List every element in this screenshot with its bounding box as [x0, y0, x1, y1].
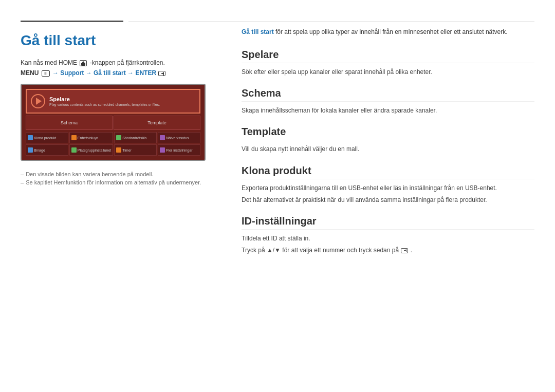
note-text-1: Den visade bilden kan variera beroende p…: [26, 171, 153, 177]
section-desc-template: Vill du skapa nytt innehåll väljer du en…: [242, 144, 534, 154]
tv-grid-label-4: Nätverkssatus: [166, 136, 189, 140]
note-dash-2: –: [21, 179, 24, 185]
tv-grid-icon-2: [71, 135, 77, 140]
tv-grid-item-3: Sändardrötsäls: [114, 132, 157, 143]
tv-spelare-row: Spelare Play various contents such as sc…: [26, 89, 200, 114]
menu-label: MENU: [21, 69, 41, 77]
tv-spelare-text: Spelare Play various contents such as sc…: [49, 96, 160, 106]
tv-bottom-grid: Klona produkt Enhetsinluyn Sändardrötsäl…: [26, 132, 200, 156]
tv-grid-item-1: Klona produkt: [26, 132, 68, 143]
menu-icon: ≡: [42, 70, 50, 77]
tv-grid-icon-7: [116, 147, 121, 153]
tv-grid-label-5: Binage: [34, 148, 45, 152]
page-container: Gå till start Kan nås med HOME -knappen …: [0, 0, 555, 392]
tv-grid-item-7: Timer: [114, 144, 157, 156]
tv-grid-icon-5: [28, 147, 33, 153]
intro-text-prefix: Kan nås med HOME: [21, 59, 77, 66]
tv-spelare-title: Spelare: [49, 96, 160, 102]
intro-rest: för att spela upp olika typer av innehål…: [274, 28, 508, 35]
section-desc2-id-installningar: Tryck på ▲/▼ för att välja ett nummer oc…: [242, 246, 534, 255]
menu-path-highlight: → Support →: [52, 69, 94, 77]
right-column: Gå till start för att spela upp olika ty…: [226, 27, 534, 266]
section-template: Template Vill du skapa nytt innehåll väl…: [242, 126, 534, 154]
home-icon: [80, 60, 87, 66]
section-title-id-installningar: ID-inställningar: [242, 215, 534, 230]
notes-section: – Den visade bilden kan variera beroende…: [21, 171, 211, 185]
page-title: Gå till start: [21, 32, 211, 49]
tv-grid-label-8: Fler inställningar: [166, 148, 192, 152]
section-desc2-klona-produkt: Det här alternativet är praktiskt när du…: [242, 195, 534, 205]
section-title-klona-produkt: Klona produkt: [242, 165, 534, 179]
tv-schema-item: Schema: [26, 116, 113, 130]
section-klona-produkt: Klona produkt Exportera produktinställni…: [242, 165, 534, 205]
tv-grid-label-2: Enhetsinluyn: [78, 136, 98, 140]
tv-grid-item-2: Enhetsinluyn: [69, 132, 113, 143]
menu-path-enter: → ENTER: [127, 69, 158, 77]
note-text-2: Se kapitlet Hemfunktion för information …: [26, 179, 201, 185]
tv-grid-item-5: Binage: [26, 144, 68, 156]
note-item-1: – Den visade bilden kan variera beroende…: [21, 171, 211, 177]
tv-play-button: [31, 94, 45, 108]
tv-grid-icon-1: [28, 135, 33, 140]
tv-middle-row: Schema Template: [26, 116, 200, 130]
rule-right: [128, 22, 534, 22]
tv-grid-icon-8: [160, 147, 165, 153]
tv-spelare-sub: Play various contents such as scheduled …: [49, 103, 160, 106]
tv-grid-label-1: Klona produkt: [34, 136, 56, 140]
section-title-spelare: Spelare: [242, 49, 534, 63]
intro-text-suffix: -knappen på fjärrkontrollen.: [90, 59, 165, 66]
tv-grid-icon-3: [116, 135, 121, 140]
note-item-2: – Se kapitlet Hemfunktion för informatio…: [21, 179, 211, 185]
section-spelare: Spelare Sök efter eller spela upp kanale…: [242, 49, 534, 77]
top-rules: [0, 0, 555, 22]
section-schema: Schema Skapa innehållsscheman för lokala…: [242, 87, 534, 116]
intro-desc: Gå till start för att spela upp olika ty…: [242, 27, 534, 36]
note-dash-1: –: [21, 171, 24, 177]
tv-grid-icon-6: [71, 147, 77, 153]
id-desc2-period: .: [411, 247, 412, 254]
section-desc-id-installningar: Tilldela ett ID att ställa in.: [242, 234, 534, 244]
left-column: Gå till start Kan nås med HOME -knappen …: [21, 27, 226, 266]
tv-grid-item-6: Plategruppinställunet: [69, 144, 113, 156]
tv-play-triangle: [36, 98, 42, 105]
section-id-installningar: ID-inställningar Tilldela ett ID att stä…: [242, 215, 534, 255]
section-desc-spelare: Sök efter eller spela upp kanaler eller …: [242, 67, 534, 77]
tv-grid-label-7: Timer: [122, 148, 132, 152]
section-title-schema: Schema: [242, 87, 534, 102]
section-title-template: Template: [242, 126, 534, 140]
section-desc-klona-produkt: Exportera produktinställningarna till en…: [242, 183, 534, 193]
tv-grid-item-4: Nätverkssatus: [158, 132, 200, 143]
enter-icon: [158, 71, 165, 76]
tv-grid-label-6: Plategruppinställunet: [78, 148, 111, 152]
tv-template-item: Template: [114, 116, 200, 130]
enter-icon-2: [401, 248, 408, 253]
id-desc2-text: Tryck på ▲/▼ för att välja ett nummer oc…: [242, 247, 399, 254]
rule-left: [21, 21, 123, 22]
section-desc-schema: Skapa innehållsscheman för lokala kanale…: [242, 106, 534, 116]
tv-grid-item-8: Fler inställningar: [158, 144, 200, 156]
tv-mockup: Spelare Play various contents such as sc…: [21, 84, 206, 161]
intro-text: Kan nås med HOME -knappen på fjärrkontro…: [21, 59, 211, 66]
menu-path: MENU ≡ → Support → Gå till start → ENTER: [21, 69, 211, 77]
menu-path-ga-till-start: Gå till start: [94, 69, 126, 77]
main-content: Gå till start Kan nås med HOME -knappen …: [0, 27, 555, 266]
intro-bold: Gå till start: [242, 28, 274, 35]
tv-grid-label-3: Sändardrötsäls: [122, 136, 146, 140]
tv-grid-icon-4: [160, 135, 165, 140]
